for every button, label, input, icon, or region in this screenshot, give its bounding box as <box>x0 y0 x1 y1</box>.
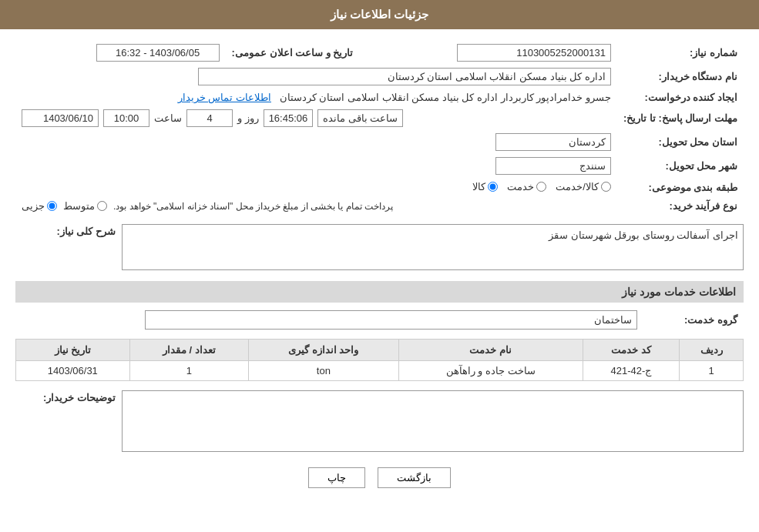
group-service-table: گروه خدمت: ساختمان <box>15 307 744 333</box>
mohlat-rooz-value: 4 <box>186 109 233 127</box>
buyer-desc-box <box>122 390 744 452</box>
sharh-niaz-box: اجرای آسفالت روستای بورقل شهرستان سقز <box>122 224 744 270</box>
cell-tedad: 1 <box>129 361 248 381</box>
mohlat-baqi-value: ساعت باقی مانده <box>317 109 403 127</box>
group-service-value: ساختمان <box>145 310 637 330</box>
col-kod: کد خدمت <box>583 340 680 361</box>
col-tarikh: تاریخ نیاز <box>16 340 130 361</box>
mohlat-time-box: 16:45:06 <box>264 109 314 127</box>
ettelaat-tamas-link[interactable]: اطلاعات تماس خریدار <box>178 92 271 103</box>
shahr-label: شهر محل تحویل: <box>617 154 744 178</box>
col-radif: ردیف <box>680 340 744 361</box>
page-title: جزئیات اطلاعات نیاز <box>331 8 428 21</box>
nam-dastgah-value: اداره کل بنیاد مسکن انقلاب اسلامی استان … <box>198 68 610 85</box>
print-button[interactable]: چاپ <box>308 467 365 488</box>
group-service-label: گروه خدمت: <box>643 307 744 333</box>
sharh-niaz-value: اجرای آسفالت روستای بورقل شهرستان سقز <box>549 229 738 241</box>
info-table: شماره نیاز: 1103005252000131 تاریخ و ساع… <box>15 41 744 215</box>
service-table: ردیف کد خدمت نام خدمت واحد اندازه گیری ت… <box>15 339 744 381</box>
radio-khedmat[interactable]: خدمت <box>507 181 546 192</box>
radio-kala[interactable]: کالا <box>472 181 498 192</box>
radio-jozii[interactable]: جزیی <box>22 200 57 212</box>
ijad-konande-value: جسرو خدامرادپور کاربردار اداره کل بنیاد … <box>280 92 611 103</box>
cell-tarikh: 1403/06/31 <box>16 361 130 381</box>
col-nam: نام خدمت <box>398 340 583 361</box>
radio-motavast[interactable]: متوسط <box>63 200 107 212</box>
shahr-value: سنندج <box>495 157 611 175</box>
col-vahed: واحد اندازه گیری <box>249 340 399 361</box>
buttons-row: بازگشت چاپ <box>15 467 744 488</box>
back-button[interactable]: بازگشت <box>378 467 451 488</box>
mohlat-date-value: 1403/06/10 <box>22 109 99 127</box>
nooe-farayand-label: نوع فرآیند خرید: <box>617 197 744 215</box>
mohlat-saat-label: ساعت <box>154 112 182 124</box>
mohlat-rooz-label: روز و <box>237 112 259 124</box>
mohlat-saat-value: 10:00 <box>103 109 149 127</box>
cell-vahed: ton <box>249 361 399 381</box>
buyer-desc-label: توضیحات خریدار: <box>43 392 116 403</box>
cell-nam: ساخت جاده و راهآهن <box>398 361 583 381</box>
shmare-niaz-value: 1103005252000131 <box>457 44 611 62</box>
sharh-label: شرح کلی نیاز: <box>56 226 116 237</box>
mohlat-label: مهلت ارسال پاسخ: تا تاریخ: <box>617 106 744 130</box>
ostan-label: استان محل تحویل: <box>617 130 744 154</box>
table-row: 1 ج-42-421 ساخت جاده و راهآهن ton 1 1403… <box>16 361 744 381</box>
shmare-niaz-label: شماره نیاز: <box>617 41 744 65</box>
ijad-konande-label: ایجاد کننده درخواست: <box>617 89 744 106</box>
ostan-value: کردستان <box>495 133 611 151</box>
col-tedad: تعداد / مقدار <box>129 340 248 361</box>
nooe-desc-text: پرداخت تمام یا بخشی از مبلغ خریداز محل "… <box>113 201 393 212</box>
tarikh-value: 1403/06/05 - 16:32 <box>96 44 220 62</box>
cell-kod: ج-42-421 <box>583 361 680 381</box>
service-section-title: اطلاعات خدمات مورد نیاز <box>15 281 744 303</box>
tabaqe-label: طبقه بندی موضوعی: <box>617 178 744 197</box>
radio-kala-khedmat[interactable]: کالا/خدمت <box>556 181 611 192</box>
tarikh-label: تاریخ و ساعت اعلان عمومی: <box>226 41 360 65</box>
cell-radif: 1 <box>680 361 744 381</box>
page-header: جزئیات اطلاعات نیاز <box>0 0 759 29</box>
nam-dastgah-label: نام دستگاه خریدار: <box>617 65 744 89</box>
